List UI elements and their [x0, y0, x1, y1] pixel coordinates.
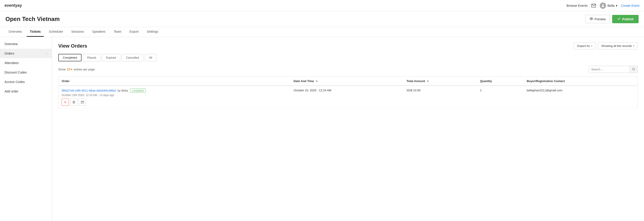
- showing-records-label: Showing all the records: [601, 44, 632, 48]
- tab-speakers[interactable]: Speakers: [89, 27, 108, 37]
- tab-overview[interactable]: Overview: [6, 27, 25, 37]
- top-nav: eventyay Browse Events Bella ▾ Create Ev…: [0, 0, 644, 11]
- email-order-button[interactable]: [79, 99, 86, 106]
- publish-label: Publish: [622, 17, 634, 21]
- search-icon: [632, 68, 635, 71]
- create-event-link[interactable]: Create Event: [621, 4, 640, 7]
- search-box: [589, 66, 638, 73]
- browse-events-link[interactable]: Browse Events: [566, 4, 588, 7]
- col-date-time[interactable]: Date And Time ⇅: [290, 77, 403, 86]
- page-header: Open Tech Vietnam Preview Publish: [0, 11, 644, 27]
- tab-sessions[interactable]: Sessions: [68, 27, 87, 37]
- filter-tab-cancelled[interactable]: Cancelled: [122, 54, 144, 61]
- export-as-button[interactable]: Export As ▾: [574, 42, 596, 49]
- entries-count-select[interactable]: 10 ▾: [67, 68, 72, 71]
- sidebar-label-overview: Overview: [4, 42, 18, 46]
- col-total-amount[interactable]: Total Amount ⇅: [403, 77, 477, 86]
- order-date-sub: October 15th 2020, 12:24 AM - 13 days ag…: [62, 94, 287, 97]
- avatar: [600, 2, 606, 9]
- filter-tab-completed[interactable]: Completed: [58, 54, 82, 61]
- showing-dropdown-icon: ▾: [633, 45, 634, 47]
- delete-order-button[interactable]: [70, 99, 78, 106]
- sort-date-icon: ⇅: [316, 80, 318, 83]
- filter-tab-placed[interactable]: Placed: [83, 54, 100, 61]
- logo: eventyay: [4, 3, 566, 8]
- show-label: Show: [58, 68, 66, 71]
- sidebar-label-orders: Orders: [4, 52, 14, 55]
- table-header-row: Order Date And Time ⇅ Total Amount ⇅ Qua…: [58, 77, 638, 86]
- order-cell: f89d27e8-cdf9-4811-88ae-a6d2d0ec96bd by …: [58, 86, 290, 109]
- order-id-link[interactable]: f89d27e8-cdf9-4811-88ae-a6d2d0ec96bd: [62, 89, 116, 92]
- svg-point-1: [602, 4, 604, 6]
- col-buyer-contact: Buyer/Registration Contact: [524, 77, 638, 86]
- tab-team[interactable]: Team: [110, 27, 124, 37]
- tab-scheduler[interactable]: Scheduler: [46, 27, 66, 37]
- sidebar-label-add-order: Add order: [4, 90, 18, 93]
- order-id-row: f89d27e8-cdf9-4811-88ae-a6d2d0ec96bd by …: [62, 89, 287, 93]
- order-by: by Bella: [118, 89, 128, 92]
- check-icon: [617, 17, 621, 21]
- tab-tickets[interactable]: Tickets: [27, 27, 44, 37]
- preview-button[interactable]: Preview: [585, 15, 610, 23]
- sidebar-item-access-codes[interactable]: Access Codes: [0, 77, 52, 87]
- svg-point-2: [591, 18, 592, 19]
- user-dropdown-icon: ▾: [616, 4, 617, 7]
- sidebar-item-overview[interactable]: Overview: [0, 39, 52, 49]
- orders-table: Order Date And Time ⇅ Total Amount ⇅ Qua…: [58, 76, 638, 109]
- show-entries-left: Show 10 ▾ entries per page: [58, 68, 95, 71]
- search-button[interactable]: [630, 66, 638, 73]
- filter-tab-all[interactable]: All: [145, 54, 156, 61]
- table-row: f89d27e8-cdf9-4811-88ae-a6d2d0ec96bd by …: [58, 86, 638, 109]
- user-name: Bella: [608, 4, 614, 7]
- section-actions: Export As ▾ Showing all the records ▾: [574, 42, 638, 49]
- show-entries-row: Show 10 ▾ entries per page: [58, 66, 638, 73]
- content-area: View Orders Export As ▾ Showing all the …: [52, 37, 644, 221]
- filter-tab-expired[interactable]: Expired: [102, 54, 120, 61]
- eye-icon: [590, 17, 593, 21]
- date-cell: October 15, 2020 - 12:24 AM: [290, 86, 403, 109]
- page-title: Open Tech Vietnam: [6, 15, 585, 22]
- col-quantity: Quantity: [477, 77, 524, 86]
- entries-caret-icon: ▾: [71, 68, 72, 71]
- nav-right: Browse Events Bella ▾ Create Event: [566, 2, 640, 9]
- showing-records-button[interactable]: Showing all the records ▾: [598, 42, 638, 49]
- sidebar-label-access-codes: Access Codes: [4, 80, 24, 84]
- section-header: View Orders Export As ▾ Showing all the …: [58, 42, 638, 49]
- sidebar-item-add-order[interactable]: Add order: [0, 87, 52, 96]
- svg-point-3: [632, 68, 634, 70]
- sidebar: Overview Orders › Attendees Discount Cod…: [0, 37, 52, 221]
- sidebar-label-attendees: Attendees: [4, 61, 19, 65]
- per-page-label: entries per page: [74, 68, 95, 71]
- preview-label: Preview: [594, 17, 606, 21]
- sort-total-icon: ⇅: [427, 80, 429, 83]
- main-content: Overview Orders › Attendees Discount Cod…: [0, 37, 644, 221]
- search-input[interactable]: [589, 66, 630, 72]
- tab-export[interactable]: Export: [126, 27, 142, 37]
- export-dropdown-icon: ▾: [591, 45, 592, 47]
- table-body: f89d27e8-cdf9-4811-88ae-a6d2d0ec96bd by …: [58, 86, 638, 109]
- svg-line-4: [634, 70, 635, 70]
- email-icon[interactable]: [591, 3, 596, 8]
- header-actions: Preview Publish: [585, 15, 638, 23]
- status-badge: completed: [130, 89, 146, 93]
- cancel-order-button[interactable]: ✕: [62, 99, 69, 106]
- export-as-label: Export As: [577, 44, 590, 48]
- tab-bar: Overview Tickets Scheduler Sessions Spea…: [0, 27, 644, 37]
- sidebar-item-orders[interactable]: Orders ›: [0, 49, 52, 58]
- tab-settings[interactable]: Settings: [144, 27, 162, 37]
- sidebar-item-discount-codes[interactable]: Discount Codes: [0, 68, 52, 77]
- col-order: Order: [58, 77, 290, 86]
- order-actions: ✕: [62, 99, 287, 106]
- total-cell: SG$ 10.00: [403, 86, 477, 109]
- section-title: View Orders: [58, 43, 87, 49]
- table-head: Order Date And Time ⇅ Total Amount ⇅ Qua…: [58, 77, 638, 86]
- sidebar-label-discount-codes: Discount Codes: [4, 71, 27, 74]
- sidebar-item-attendees[interactable]: Attendees: [0, 58, 52, 68]
- publish-button[interactable]: Publish: [612, 15, 638, 23]
- filter-tabs: Completed Placed Expired Cancelled All: [58, 54, 638, 61]
- user-menu[interactable]: Bella ▾: [600, 2, 617, 9]
- quantity-cell: 1: [477, 86, 524, 109]
- chevron-right-icon: ›: [46, 52, 47, 55]
- contact-cell: bellaphan2211@gmail.com: [524, 86, 638, 109]
